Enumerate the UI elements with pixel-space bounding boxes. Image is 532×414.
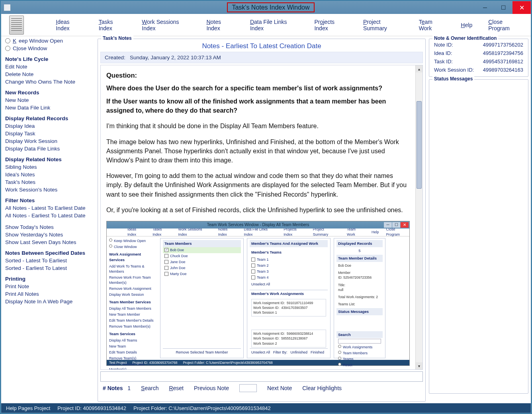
note-paragraph-2: The image below has two new hyperlinks, …: [106, 137, 410, 165]
link-delete-note[interactable]: Delete Note: [5, 71, 93, 77]
embedded-assigned-work: Member's Teams And Assigned Work Member'…: [247, 238, 331, 358]
previous-note-link[interactable]: Previous Note: [194, 385, 229, 391]
scroll-thumb[interactable]: [417, 101, 422, 189]
scrollbar[interactable]: ▴ ▾: [415, 65, 422, 369]
link-display-work-session[interactable]: Display Work Session: [5, 138, 93, 144]
emb-remove-selected: Remove Selected Team Member: [163, 348, 241, 356]
sidebar-hdr-new-records: New Records: [5, 90, 93, 96]
link-display-idea[interactable]: Display Idea: [5, 123, 93, 129]
menu-close-program[interactable]: Close Program: [488, 19, 523, 31]
radio-keep-window-open[interactable]: Keep Window Open: [5, 38, 93, 44]
radio-close-window[interactable]: Close Window: [5, 45, 93, 51]
link-sorted-latest[interactable]: Sorted - Latest To Earliest: [5, 258, 93, 264]
embedded-titlebar: Team Work Services Window - Display All …: [107, 221, 409, 228]
next-note-link[interactable]: Next Note: [267, 385, 292, 391]
link-sibling-notes[interactable]: Sibling Notes: [5, 164, 93, 170]
emb-mi: Help: [372, 230, 379, 235]
menu-tasks-index[interactable]: Tasks Index: [99, 19, 126, 31]
emb-link: Display All Teams: [109, 338, 156, 344]
task-id-label: Task ID:: [434, 59, 453, 64]
emb-link: Edit Team Member's Details: [109, 318, 156, 324]
embedded-sidebar: Keep Window Open Close Window Work Assig…: [107, 236, 158, 360]
emb-mi: Projects Index: [284, 227, 306, 237]
link-new-note[interactable]: New Note: [5, 97, 93, 103]
link-work-sessions-notes[interactable]: Work Session's Notes: [5, 187, 93, 193]
scroll-down-icon[interactable]: ▾: [416, 362, 422, 369]
embedded-team-members: Team Members ✓Bob Doe Chuck Doe Jane Doe…: [160, 238, 244, 358]
emb-member-row: Marty Doe: [163, 271, 241, 277]
embedded-max-btn: ☐: [392, 222, 400, 228]
note-question-heading: Question:: [106, 71, 410, 80]
emb-teams-hdr: Member's Teams: [250, 249, 328, 256]
link-new-data-file-link[interactable]: New Data File Link: [5, 105, 93, 111]
page-number-input[interactable]: [239, 384, 257, 392]
emb-member-row: Chuck Doe: [163, 253, 241, 259]
emb-radio-close: Close Window: [114, 244, 137, 250]
link-display-note-web[interactable]: Display Note In A Web Page: [5, 299, 93, 305]
note-question-1: Where does the User do the search for a …: [106, 84, 410, 93]
link-print-note[interactable]: Print Note: [5, 283, 93, 289]
menu-help[interactable]: Help: [461, 22, 472, 28]
menu-work-sessions-index[interactable]: Work Sessions Index: [142, 19, 190, 31]
emb-unselect: Unselect All: [250, 281, 328, 288]
note-id-label: Note ID:: [434, 42, 453, 48]
minimize-button[interactable]: ─: [476, 1, 494, 14]
reset-link[interactable]: Reset: [169, 385, 184, 391]
link-all-notes-earliest[interactable]: All Notes - Earliest To Latest Date: [5, 213, 93, 219]
link-tasks-notes[interactable]: Task's Notes: [5, 179, 93, 185]
idea-id-label: Idea ID:: [434, 50, 452, 56]
emb-hdr-ts: Team Services: [109, 331, 156, 337]
link-show-yesterday[interactable]: Show Yesterday's Notes: [5, 232, 93, 238]
menu-ideas-index[interactable]: Ideas Index: [56, 19, 82, 31]
emb-mwa-hdr: Member's Work Assignments: [250, 290, 328, 297]
embedded-screenshot: Team Work Services Window - Display All …: [106, 221, 410, 366]
menu-team-work[interactable]: Team Work: [419, 19, 445, 31]
link-display-task[interactable]: Display Task: [5, 131, 93, 137]
search-link[interactable]: Search: [141, 385, 158, 391]
menu-projects-index[interactable]: Projects Index: [314, 19, 347, 31]
status-messages-legend: Status Messages: [432, 76, 474, 82]
notes-count: 1: [127, 385, 131, 391]
link-display-data-file-links[interactable]: Display Data File Links: [5, 146, 93, 152]
menu-project-summary[interactable]: Project Summary: [363, 19, 403, 31]
close-button[interactable]: ✕: [512, 1, 531, 14]
sidebar-hdr-life-cycle: Note's Life Cycle: [5, 56, 93, 62]
link-change-owner[interactable]: Change Who Owns The Note: [5, 79, 93, 85]
emb-link: New Team: [109, 344, 156, 350]
sidebar-hdr-printing: Printing: [5, 276, 93, 282]
embedded-title: Team Work Services Window - Display All …: [207, 222, 309, 228]
link-show-today[interactable]: Show Today's Notes: [5, 224, 93, 230]
clear-highlights-link[interactable]: Clear Highlights: [302, 385, 342, 391]
identification-panel: Note & Owner Identification Note ID:4999…: [429, 39, 528, 77]
status-folder: C:\Users\Darren\Projects\400956931534842: [168, 405, 271, 411]
emb-link: Display All Team Members: [109, 306, 156, 312]
link-ideas-notes[interactable]: Idea's Notes: [5, 172, 93, 178]
emb-team-row: Team 2: [250, 263, 328, 269]
created-value: Sunday, January 2, 2022 10:37:13 AM: [130, 55, 221, 61]
statusbar: Help Pages Project Project ID: 400956931…: [1, 403, 531, 413]
status-pid-label: Project ID:: [57, 405, 82, 411]
menu-notes-index[interactable]: Notes Index: [206, 19, 234, 31]
scroll-up-icon[interactable]: ▴: [416, 65, 422, 72]
tasks-notes-legend: Task's Notes: [101, 35, 133, 41]
emb-radio-keep: Keep Window Open: [114, 238, 146, 244]
emb-mi: Data File Links Index: [244, 227, 276, 237]
idea-id-value: 49581972394756: [483, 50, 523, 56]
embedded-menubar: Ideas Index Tasks Index Work Sessions In…: [107, 228, 409, 236]
note-question-2: If the User wants to know all of the fin…: [106, 97, 410, 115]
link-all-notes-latest[interactable]: All Notes - Latest To Earliest Date: [5, 205, 93, 211]
emb-filter-finished: Finished: [311, 350, 324, 355]
emb-link: Remove Work From Team Member(s): [109, 275, 156, 286]
maximize-button[interactable]: ☐: [494, 1, 512, 14]
emb-member-row: John Doe: [163, 265, 241, 271]
emb-member-row: ✓Bob Doe: [163, 247, 241, 253]
ident-legend: Note & Owner Identification: [432, 35, 498, 41]
link-print-all-notes[interactable]: Print All Notes: [5, 291, 93, 297]
status-folder-label: Project Folder:: [133, 405, 167, 411]
menu-data-file-links-index[interactable]: Data File Links Index: [250, 19, 299, 31]
link-edit-note[interactable]: Edit Note: [5, 64, 93, 70]
link-show-last-seven[interactable]: Show Last Seven Days Notes: [5, 239, 93, 245]
search-input[interactable]: [100, 371, 423, 382]
emb-mi: Project Summary: [313, 227, 340, 237]
link-sorted-earliest[interactable]: Sorted - Earliest To Latest: [5, 265, 93, 271]
